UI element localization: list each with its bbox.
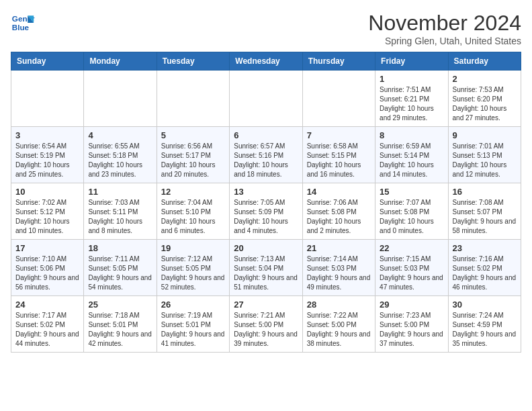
day-info: Sunrise: 7:11 AM Sunset: 5:05 PM Dayligh… [88, 255, 152, 292]
calendar-cell: 24Sunrise: 7:17 AM Sunset: 5:02 PM Dayli… [11, 296, 84, 353]
calendar-cell: 22Sunrise: 7:15 AM Sunset: 5:03 PM Dayli… [375, 240, 448, 296]
day-info: Sunrise: 7:17 AM Sunset: 5:02 PM Dayligh… [15, 311, 79, 349]
day-info: Sunrise: 7:23 AM Sunset: 5:00 PM Dayligh… [380, 311, 443, 349]
day-number: 14 [307, 187, 371, 197]
day-info: Sunrise: 6:58 AM Sunset: 5:15 PM Dayligh… [307, 142, 371, 179]
svg-text:Blue: Blue [12, 23, 30, 32]
calendar-cell: 15Sunrise: 7:07 AM Sunset: 5:08 PM Dayli… [375, 183, 448, 240]
calendar-cell: 19Sunrise: 7:12 AM Sunset: 5:05 PM Dayli… [157, 240, 229, 296]
logo-icon: General Blue [11, 11, 35, 35]
day-info: Sunrise: 6:54 AM Sunset: 5:19 PM Dayligh… [15, 142, 79, 179]
day-number: 3 [15, 130, 79, 140]
day-info: Sunrise: 7:19 AM Sunset: 5:01 PM Dayligh… [161, 311, 225, 349]
day-number: 28 [307, 300, 371, 310]
location: Spring Glen, Utah, United States [368, 36, 521, 46]
calendar-cell: 8Sunrise: 6:59 AM Sunset: 5:14 PM Daylig… [375, 127, 448, 183]
day-info: Sunrise: 7:21 AM Sunset: 5:00 PM Dayligh… [234, 311, 298, 349]
day-info: Sunrise: 7:03 AM Sunset: 5:11 PM Dayligh… [88, 198, 152, 236]
calendar-cell: 30Sunrise: 7:24 AM Sunset: 4:59 PM Dayli… [448, 296, 521, 353]
calendar-cell: 23Sunrise: 7:16 AM Sunset: 5:02 PM Dayli… [448, 240, 521, 296]
week-row-4: 17Sunrise: 7:10 AM Sunset: 5:06 PM Dayli… [11, 240, 521, 296]
calendar-cell: 10Sunrise: 7:02 AM Sunset: 5:12 PM Dayli… [11, 183, 84, 240]
day-info: Sunrise: 6:56 AM Sunset: 5:17 PM Dayligh… [161, 142, 225, 179]
day-number: 29 [380, 300, 443, 310]
day-number: 30 [453, 300, 517, 310]
day-number: 2 [453, 74, 517, 84]
day-number: 19 [161, 243, 225, 253]
calendar-cell: 25Sunrise: 7:18 AM Sunset: 5:01 PM Dayli… [84, 296, 157, 353]
day-header-saturday: Saturday [448, 52, 521, 71]
calendar-cell: 17Sunrise: 7:10 AM Sunset: 5:06 PM Dayli… [11, 240, 84, 296]
calendar-cell: 29Sunrise: 7:23 AM Sunset: 5:00 PM Dayli… [375, 296, 448, 353]
calendar-cell: 3Sunrise: 6:54 AM Sunset: 5:19 PM Daylig… [11, 127, 84, 183]
calendar-cell: 12Sunrise: 7:04 AM Sunset: 5:10 PM Dayli… [157, 183, 229, 240]
day-info: Sunrise: 7:53 AM Sunset: 6:20 PM Dayligh… [453, 85, 517, 123]
day-number: 26 [161, 300, 225, 310]
calendar-table: SundayMondayTuesdayWednesdayThursdayFrid… [11, 52, 521, 353]
calendar-cell [11, 71, 84, 127]
page-header: General Blue November 2024 Spring Glen, … [11, 11, 521, 46]
calendar-cell: 11Sunrise: 7:03 AM Sunset: 5:11 PM Dayli… [84, 183, 157, 240]
day-info: Sunrise: 7:01 AM Sunset: 5:13 PM Dayligh… [453, 142, 517, 179]
calendar-cell [230, 71, 302, 127]
day-info: Sunrise: 7:18 AM Sunset: 5:01 PM Dayligh… [88, 311, 152, 349]
day-header-friday: Friday [375, 52, 448, 71]
day-info: Sunrise: 7:02 AM Sunset: 5:12 PM Dayligh… [15, 198, 79, 236]
calendar-cell: 5Sunrise: 6:56 AM Sunset: 5:17 PM Daylig… [157, 127, 229, 183]
calendar-cell: 28Sunrise: 7:22 AM Sunset: 5:00 PM Dayli… [302, 296, 375, 353]
day-number: 10 [15, 187, 79, 197]
calendar-cell: 27Sunrise: 7:21 AM Sunset: 5:00 PM Dayli… [230, 296, 302, 353]
day-number: 7 [307, 130, 371, 140]
day-info: Sunrise: 7:13 AM Sunset: 5:04 PM Dayligh… [234, 255, 298, 292]
day-number: 8 [380, 130, 443, 140]
day-info: Sunrise: 7:12 AM Sunset: 5:05 PM Dayligh… [161, 255, 225, 292]
day-number: 20 [234, 243, 298, 253]
day-header-thursday: Thursday [302, 52, 375, 71]
calendar-cell: 9Sunrise: 7:01 AM Sunset: 5:13 PM Daylig… [448, 127, 521, 183]
title-block: November 2024 Spring Glen, Utah, United … [368, 11, 521, 46]
day-info: Sunrise: 7:16 AM Sunset: 5:02 PM Dayligh… [453, 255, 517, 292]
day-info: Sunrise: 7:15 AM Sunset: 5:03 PM Dayligh… [380, 255, 443, 292]
day-header-sunday: Sunday [11, 52, 84, 71]
day-number: 24 [15, 300, 79, 310]
calendar-cell: 1Sunrise: 7:51 AM Sunset: 6:21 PM Daylig… [375, 71, 448, 127]
day-number: 21 [307, 243, 371, 253]
week-row-5: 24Sunrise: 7:17 AM Sunset: 5:02 PM Dayli… [11, 296, 521, 353]
day-info: Sunrise: 7:04 AM Sunset: 5:10 PM Dayligh… [161, 198, 225, 236]
day-number: 9 [453, 130, 517, 140]
day-number: 4 [88, 130, 152, 140]
calendar-cell: 26Sunrise: 7:19 AM Sunset: 5:01 PM Dayli… [157, 296, 229, 353]
calendar-cell [84, 71, 157, 127]
calendar-cell: 2Sunrise: 7:53 AM Sunset: 6:20 PM Daylig… [448, 71, 521, 127]
calendar-cell: 20Sunrise: 7:13 AM Sunset: 5:04 PM Dayli… [230, 240, 302, 296]
day-number: 13 [234, 187, 298, 197]
day-info: Sunrise: 7:14 AM Sunset: 5:03 PM Dayligh… [307, 255, 371, 292]
day-number: 23 [453, 243, 517, 253]
calendar-cell [157, 71, 229, 127]
day-number: 5 [161, 130, 225, 140]
day-number: 1 [380, 74, 443, 84]
logo: General Blue [11, 11, 35, 35]
day-number: 17 [15, 243, 79, 253]
day-info: Sunrise: 7:10 AM Sunset: 5:06 PM Dayligh… [15, 255, 79, 292]
day-info: Sunrise: 7:24 AM Sunset: 4:59 PM Dayligh… [453, 311, 517, 349]
day-number: 27 [234, 300, 298, 310]
day-header-monday: Monday [84, 52, 157, 71]
calendar-cell: 21Sunrise: 7:14 AM Sunset: 5:03 PM Dayli… [302, 240, 375, 296]
calendar-cell: 4Sunrise: 6:55 AM Sunset: 5:18 PM Daylig… [84, 127, 157, 183]
day-info: Sunrise: 6:59 AM Sunset: 5:14 PM Dayligh… [380, 142, 443, 179]
day-number: 15 [380, 187, 443, 197]
week-row-1: 1Sunrise: 7:51 AM Sunset: 6:21 PM Daylig… [11, 71, 521, 127]
day-header-wednesday: Wednesday [230, 52, 302, 71]
calendar-header-row: SundayMondayTuesdayWednesdayThursdayFrid… [11, 52, 521, 71]
day-number: 25 [88, 300, 152, 310]
week-row-2: 3Sunrise: 6:54 AM Sunset: 5:19 PM Daylig… [11, 127, 521, 183]
calendar-cell: 18Sunrise: 7:11 AM Sunset: 5:05 PM Dayli… [84, 240, 157, 296]
day-number: 11 [88, 187, 152, 197]
calendar-cell [302, 71, 375, 127]
day-number: 6 [234, 130, 298, 140]
calendar-cell: 7Sunrise: 6:58 AM Sunset: 5:15 PM Daylig… [302, 127, 375, 183]
day-header-tuesday: Tuesday [157, 52, 229, 71]
day-info: Sunrise: 7:07 AM Sunset: 5:08 PM Dayligh… [380, 198, 443, 236]
day-info: Sunrise: 7:22 AM Sunset: 5:00 PM Dayligh… [307, 311, 371, 349]
